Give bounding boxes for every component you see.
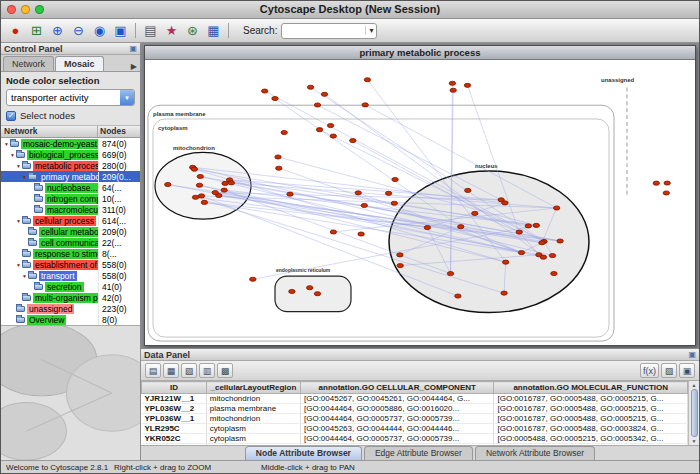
network-node[interactable] bbox=[503, 260, 509, 264]
network-node[interactable] bbox=[358, 232, 364, 236]
attribute-match-icon-button[interactable]: ▥ bbox=[199, 363, 215, 378]
network-node[interactable] bbox=[314, 292, 320, 296]
network-node[interactable] bbox=[355, 191, 361, 195]
network-node[interactable] bbox=[350, 139, 356, 143]
window-titlebar[interactable]: Cytoscape Desktop (New Session) bbox=[1, 1, 699, 19]
network-node[interactable] bbox=[549, 254, 555, 258]
network-node[interactable] bbox=[397, 264, 403, 268]
tree-item[interactable]: cellular metabo...209(0) bbox=[1, 226, 140, 237]
attribute-delete-icon-button[interactable]: ▧ bbox=[181, 363, 197, 378]
attribute-create-icon-button[interactable]: ▦ bbox=[163, 363, 179, 378]
tab-mosaic[interactable]: Mosaic bbox=[55, 56, 104, 71]
search-dropdown-arrow-icon[interactable]: ▾ bbox=[365, 26, 376, 35]
tree-item[interactable]: response to stimul...8(... bbox=[1, 248, 140, 259]
network-node[interactable] bbox=[539, 241, 545, 245]
tree-item[interactable]: unassigned223(0) bbox=[1, 303, 140, 314]
tab-network-attribute-browser[interactable]: Network Attribute Browser bbox=[475, 446, 595, 460]
network-node[interactable] bbox=[314, 103, 320, 107]
search-input[interactable] bbox=[282, 25, 365, 36]
network-node[interactable] bbox=[327, 123, 333, 127]
network-node[interactable] bbox=[525, 224, 531, 228]
network-node[interactable] bbox=[201, 200, 207, 204]
tree-expand-icon[interactable]: ▼ bbox=[21, 273, 28, 279]
cytoscape-logo-icon-button[interactable]: ● bbox=[5, 21, 26, 41]
tree-item[interactable]: ▼metabolic process280(0) bbox=[1, 160, 140, 171]
network-node[interactable] bbox=[289, 289, 295, 293]
network-window-titlebar[interactable]: primary metabolic process bbox=[145, 46, 695, 60]
network-node[interactable] bbox=[385, 191, 391, 195]
function-builder-icon-button[interactable]: f(x) bbox=[640, 363, 659, 378]
table-row[interactable]: YJR121W__1mitochondrion[GO:0045267, GO:0… bbox=[142, 394, 688, 404]
tree-item[interactable]: nitrogen compo...10(... bbox=[1, 193, 140, 204]
window-zoom-button[interactable] bbox=[35, 5, 44, 14]
tree-item[interactable]: ▼cellular process614(... bbox=[1, 215, 140, 226]
network-node[interactable] bbox=[316, 128, 322, 132]
table-row[interactable]: YKR052Ccytoplasm[GO:0044464, GO:0005737,… bbox=[142, 434, 688, 444]
network-node[interactable] bbox=[192, 195, 198, 199]
network-node[interactable] bbox=[465, 188, 471, 192]
network-node[interactable] bbox=[262, 89, 268, 93]
network-node[interactable] bbox=[472, 211, 478, 215]
tabs-scroll-right-button[interactable]: ▶ bbox=[128, 62, 140, 71]
zoom-fit-icon-button[interactable]: ▣ bbox=[110, 21, 131, 41]
network-node[interactable] bbox=[197, 174, 203, 178]
window-close-button[interactable] bbox=[7, 5, 16, 14]
scroll-up-icon[interactable]: ▲ bbox=[692, 382, 697, 388]
select-nodes-row[interactable]: ✓ Select nodes bbox=[6, 110, 135, 121]
network-node[interactable] bbox=[275, 155, 281, 159]
network-node[interactable] bbox=[281, 130, 287, 134]
table-row[interactable]: YLR295Ccytoplasm[GO:0045263, GO:0044444,… bbox=[142, 424, 688, 434]
tree-item[interactable]: ▼establishment of l...558(0) bbox=[1, 259, 140, 270]
tree-item[interactable]: Overview8(0) bbox=[1, 314, 140, 325]
network-node[interactable] bbox=[307, 85, 313, 89]
open-folder-icon-button[interactable]: ▣ bbox=[679, 363, 695, 378]
column-header[interactable]: ID bbox=[142, 382, 207, 394]
tree-item[interactable]: macromolecule...311(0) bbox=[1, 204, 140, 215]
tree-expand-icon[interactable]: ▼ bbox=[15, 163, 22, 169]
database-icon-button[interactable]: ▩ bbox=[217, 363, 233, 378]
node-color-dropdown[interactable]: transporter activity ▾ bbox=[6, 89, 135, 106]
network-node[interactable] bbox=[664, 181, 670, 185]
layout-icon-button[interactable]: ⊛ bbox=[182, 21, 203, 41]
data-panel-float-button[interactable]: ▣ bbox=[688, 350, 696, 360]
network-node[interactable] bbox=[518, 251, 524, 255]
zoom-in-icon-button[interactable]: ⊕ bbox=[47, 21, 68, 41]
network-node[interactable] bbox=[533, 223, 539, 227]
network-node[interactable] bbox=[222, 181, 228, 185]
network-node[interactable] bbox=[551, 271, 557, 275]
network-node[interactable] bbox=[557, 239, 563, 243]
tree-item[interactable]: ▼biological_process669(0) bbox=[1, 149, 140, 160]
tree-expand-icon[interactable]: ▼ bbox=[9, 152, 16, 158]
network-node[interactable] bbox=[330, 134, 336, 138]
tree-item[interactable]: cell communicat...22(... bbox=[1, 237, 140, 248]
vizmapper-icon-button[interactable]: ★ bbox=[161, 21, 182, 41]
network-node[interactable] bbox=[464, 83, 470, 87]
tree-item[interactable]: ▼primary metabo...209(0... bbox=[1, 171, 140, 182]
network-node[interactable] bbox=[191, 167, 197, 171]
import-network-icon-button[interactable]: ▤ bbox=[140, 21, 161, 41]
network-node[interactable] bbox=[276, 166, 282, 170]
attribute-select-icon-button[interactable]: ▤ bbox=[145, 363, 161, 378]
tab-network[interactable]: Network bbox=[3, 56, 54, 71]
network-node[interactable] bbox=[502, 201, 508, 205]
scroll-thumb[interactable] bbox=[691, 389, 698, 437]
birdseye-view[interactable] bbox=[1, 325, 140, 460]
tree-item[interactable]: ▼transport558(0) bbox=[1, 270, 140, 281]
network-node[interactable] bbox=[516, 230, 522, 234]
plugin-manager-icon-button[interactable]: ▦ bbox=[203, 21, 224, 41]
window-minimize-button[interactable] bbox=[21, 5, 30, 14]
tree-header-network[interactable]: Network bbox=[1, 126, 98, 137]
tree-item[interactable]: multi-organism pro...42(0) bbox=[1, 292, 140, 303]
table-scrollbar[interactable]: ▲ ▼ bbox=[688, 381, 699, 445]
network-node[interactable] bbox=[449, 81, 455, 85]
tree-item[interactable]: nucleobase...64(... bbox=[1, 182, 140, 193]
network-node[interactable] bbox=[272, 96, 278, 100]
network-node[interactable] bbox=[307, 286, 313, 290]
control-panel-float-button[interactable]: ▣ bbox=[129, 44, 137, 54]
network-node[interactable] bbox=[212, 191, 218, 195]
tree-expand-icon[interactable]: ▼ bbox=[15, 262, 22, 268]
network-node[interactable] bbox=[540, 255, 546, 259]
table-row[interactable]: YPL036W__2plasma membrane[GO:0044464, GO… bbox=[142, 404, 688, 414]
column-header[interactable]: annotation.GO CELLULAR_COMPONENT bbox=[300, 382, 494, 394]
tree-item[interactable]: ▼mosaic-demo-yeast874(0) bbox=[1, 138, 140, 149]
